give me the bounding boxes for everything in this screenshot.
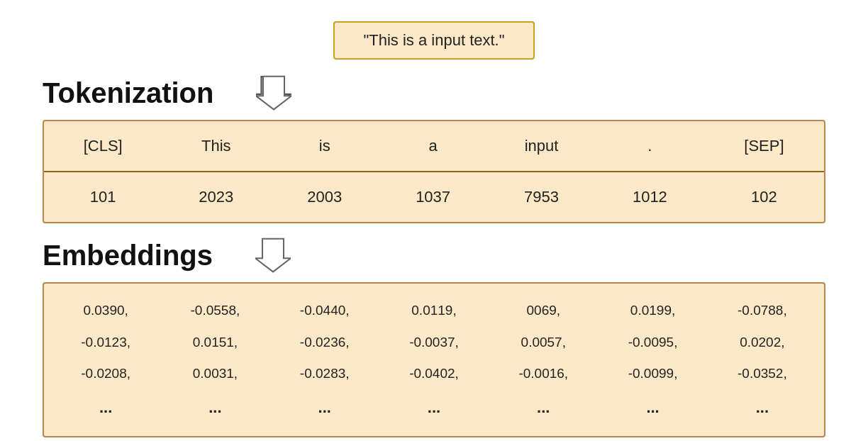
embed-r2c1: -0.0123, xyxy=(51,328,160,357)
embeddings-box: 0.0390, -0.0558, -0.0440, 0.0119, 0069, … xyxy=(43,282,825,437)
embed-r1c7: -0.0788, xyxy=(708,296,817,325)
embed-r1c3: -0.0440, xyxy=(270,296,379,325)
tokenization-title: Tokenization xyxy=(43,77,213,109)
tokenization-header: Tokenization xyxy=(43,74,291,113)
embed-r2c3: -0.0236, xyxy=(270,328,379,357)
embed-r2c4: -0.0037, xyxy=(379,328,489,357)
embed-r3c3: -0.0283, xyxy=(270,359,379,389)
embed-r4c7: ... xyxy=(708,391,817,423)
tokenization-table-container: [CLS] This is a input . [SEP] 101 2023 2… xyxy=(43,120,825,223)
embeddings-section: Embeddings 0.0390, -0.0558, -0.0440, 0.0… xyxy=(43,236,825,437)
embed-r2c7: 0.0202, xyxy=(708,328,817,357)
embed-r4c6: ... xyxy=(598,391,707,423)
token-id-102: 102 xyxy=(704,172,824,222)
token-ids-row: 101 2023 2003 1037 7953 1012 102 xyxy=(44,172,824,222)
svg-marker-2 xyxy=(255,239,291,272)
embed-r1c1: 0.0390, xyxy=(51,296,160,325)
token-id-101: 101 xyxy=(44,172,162,222)
embed-r3c7: -0.0352, xyxy=(708,359,817,389)
token-labels-row: [CLS] This is a input . [SEP] xyxy=(44,121,824,172)
embed-r2c6: -0.0095, xyxy=(598,328,707,357)
embed-r3c6: -0.0099, xyxy=(598,359,707,389)
tokenization-arrow-icon xyxy=(256,74,291,113)
embed-r4c3: ... xyxy=(270,391,379,423)
embed-r4c4: ... xyxy=(379,391,489,423)
embeddings-grid: 0.0390, -0.0558, -0.0440, 0.0119, 0069, … xyxy=(51,296,817,423)
embed-r1c6: 0.0199, xyxy=(598,296,707,325)
token-input: input xyxy=(487,121,596,172)
embed-r3c4: -0.0402, xyxy=(379,359,489,389)
embed-r1c4: 0.0119, xyxy=(379,296,489,325)
token-id-1037: 1037 xyxy=(379,172,487,222)
embed-r4c2: ... xyxy=(160,391,269,423)
token-a: a xyxy=(379,121,487,172)
token-this: This xyxy=(162,121,270,172)
input-text-box: "This is a input text." xyxy=(333,21,534,60)
token-id-2023: 2023 xyxy=(162,172,270,222)
embed-r4c5: ... xyxy=(489,391,598,423)
token-dot: . xyxy=(596,121,704,172)
embeddings-header: Embeddings xyxy=(43,236,291,275)
token-id-2003: 2003 xyxy=(270,172,379,222)
token-id-7953: 7953 xyxy=(487,172,596,222)
embed-r4c1: ... xyxy=(51,391,160,423)
embeddings-title: Embeddings xyxy=(43,240,213,272)
token-is: is xyxy=(270,121,379,172)
embed-r2c2: 0.0151, xyxy=(160,328,269,357)
embeddings-arrow-icon xyxy=(255,236,291,275)
token-sep: [SEP] xyxy=(704,121,824,172)
embed-r2c5: 0.0057, xyxy=(489,328,598,357)
token-table: [CLS] This is a input . [SEP] 101 2023 2… xyxy=(44,121,824,222)
tokenization-section: Tokenization [CLS] This is a input . [SE… xyxy=(43,74,825,223)
embed-r3c1: -0.0208, xyxy=(51,359,160,389)
embed-r1c5: 0069, xyxy=(489,296,598,325)
embed-r3c2: 0.0031, xyxy=(160,359,269,389)
token-cls: [CLS] xyxy=(44,121,162,172)
token-id-1012: 1012 xyxy=(596,172,704,222)
embed-r3c5: -0.0016, xyxy=(489,359,598,389)
embed-r1c2: -0.0558, xyxy=(160,296,269,325)
